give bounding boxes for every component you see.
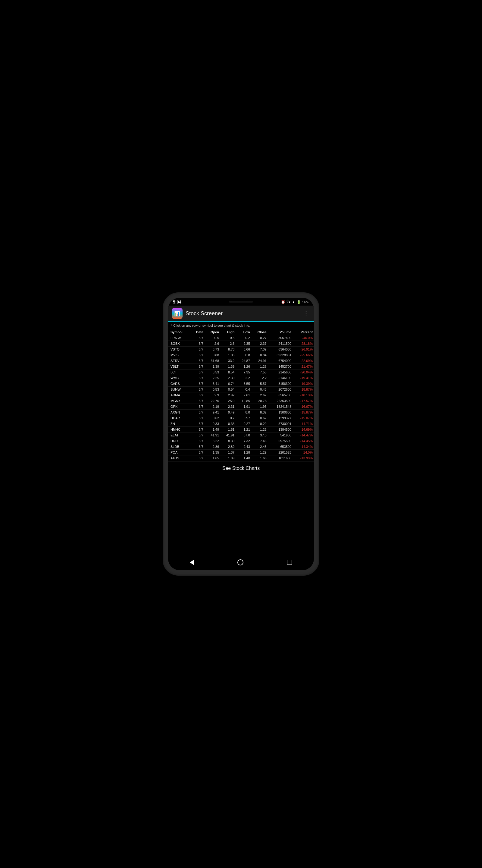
phone-frame: 5:04 ⏰ ▾▾ ▲ 🔋 96% 📊 Stock Screener ⋮ <box>163 292 319 576</box>
cell-value: 5.55 <box>235 381 251 387</box>
table-row[interactable]: ZN5/70.330.330.270.295730001-14.71% <box>168 421 314 427</box>
cell-symbol: SERV <box>168 358 191 364</box>
battery-level: 96% <box>302 300 309 304</box>
col-symbol: Symbol <box>168 329 191 335</box>
cell-value: 2072600 <box>268 387 292 393</box>
cell-symbol: SGBX <box>168 341 191 347</box>
cell-value: 5730001 <box>268 421 292 427</box>
cell-value: 0.53 <box>204 387 220 393</box>
table-row[interactable]: OPK5/72.192.311.911.9518241548-16.67% <box>168 404 314 410</box>
cell-value: 8.53 <box>204 370 220 375</box>
cell-value: 31.68 <box>204 358 220 364</box>
cell-value: 2.6 <box>220 341 235 347</box>
cell-value: 0.88 <box>204 352 220 358</box>
cell-value: 5/7 <box>191 450 204 456</box>
table-row[interactable]: MGNX5/722.7625.019.8520.7322363500-17.57… <box>168 398 314 404</box>
col-low: Low <box>235 329 251 335</box>
table-row[interactable]: ELAT5/741.9141.9137.037.0541900-14.47% <box>168 433 314 438</box>
cell-value: 1.65 <box>204 456 220 461</box>
cell-value: 8.32 <box>251 410 268 415</box>
cell-value: 69328881 <box>268 352 292 358</box>
table-row[interactable]: VBLT5/71.391.391.261.281452700-21.47% <box>168 364 314 370</box>
table-row[interactable]: AXGN5/79.419.498.08.321300600-15.87% <box>168 410 314 415</box>
cell-value: 541900 <box>268 433 292 438</box>
table-row[interactable]: MVIS5/70.881.060.80.8469328881-25.66% <box>168 352 314 358</box>
cell-percent: -17.57% <box>292 398 314 404</box>
cell-value: 5146100 <box>268 375 292 381</box>
cell-symbol: ATOS <box>168 456 191 461</box>
cell-value: 2.19 <box>204 404 220 410</box>
table-row[interactable]: POAI5/71.351.371.281.292201525-14.0% <box>168 450 314 456</box>
cell-value: 1.89 <box>220 456 235 461</box>
table-row[interactable]: VSTO5/78.738.736.667.096364000-26.91% <box>168 347 314 352</box>
cell-value: 8.73 <box>220 347 235 352</box>
cell-symbol: VBLT <box>168 364 191 370</box>
col-close: Close <box>251 329 268 335</box>
table-row[interactable]: DDD5/78.228.397.327.466975500-14.45% <box>168 438 314 444</box>
cell-value: 5/7 <box>191 352 204 358</box>
back-button[interactable] <box>184 558 200 566</box>
cell-symbol: MGNX <box>168 398 191 404</box>
table-row[interactable]: WMC5/72.252.392.22.25146100-19.41% <box>168 375 314 381</box>
cell-value: 1011600 <box>268 456 292 461</box>
table-row[interactable]: LCI5/78.538.547.357.582145600-20.04% <box>168 370 314 375</box>
cell-value: 2.35 <box>235 341 251 347</box>
cell-symbol: AXGN <box>168 410 191 415</box>
cell-value: 18241548 <box>268 404 292 410</box>
cell-value: 19.85 <box>235 398 251 404</box>
cell-symbol: ADMA <box>168 393 191 398</box>
cell-value: 7.32 <box>235 438 251 444</box>
cell-value: 5/7 <box>191 421 204 427</box>
cell-value: 1.49 <box>204 427 220 433</box>
cell-symbol: HMHC <box>168 427 191 433</box>
cell-percent: -14.71% <box>292 421 314 427</box>
main-content: * Click on any row or symbol to see char… <box>168 322 314 555</box>
table-row[interactable]: SUNW5/70.530.540.40.432072600-18.87% <box>168 387 314 393</box>
cell-value: 6.74 <box>220 381 235 387</box>
cell-value: 0.7 <box>220 415 235 421</box>
cell-value: 5/7 <box>191 444 204 450</box>
cell-value: 2411500 <box>268 341 292 347</box>
cell-value: 5/7 <box>191 381 204 387</box>
cell-symbol: SLDB <box>168 444 191 450</box>
alarm-icon: ⏰ <box>281 300 285 304</box>
overflow-menu-button[interactable]: ⋮ <box>302 309 310 318</box>
cell-value: 2201525 <box>268 450 292 456</box>
cell-value: 1.21 <box>235 427 251 433</box>
cell-symbol: VSTO <box>168 347 191 352</box>
cell-symbol: DDD <box>168 438 191 444</box>
cell-value: 20.73 <box>251 398 268 404</box>
table-row[interactable]: SGBX5/72.62.62.352.372411500-28.18% <box>168 341 314 347</box>
table-row[interactable]: HMHC5/71.491.511.211.221384500-14.69% <box>168 427 314 433</box>
cell-percent: -26.91% <box>292 347 314 352</box>
cell-symbol: SUNW <box>168 387 191 393</box>
cell-percent: -19.39% <box>292 381 314 387</box>
cell-value: 653500 <box>268 444 292 450</box>
table-row[interactable]: FPA.W5/70.50.50.20.273067400-46.0% <box>168 335 314 341</box>
table-row[interactable]: ADMA5/72.92.922.612.626565700-18.13% <box>168 393 314 398</box>
screen: 5:04 ⏰ ▾▾ ▲ 🔋 96% 📊 Stock Screener ⋮ <box>168 298 314 570</box>
cell-value: 1.66 <box>251 456 268 461</box>
cell-value: 1384500 <box>268 427 292 433</box>
cell-value: 2.9 <box>204 393 220 398</box>
cell-symbol: WMC <box>168 375 191 381</box>
cell-value: 0.4 <box>235 387 251 393</box>
cell-value: 1.29 <box>251 450 268 456</box>
cell-symbol: POAI <box>168 450 191 456</box>
table-row[interactable]: ATOS5/71.651.891.481.661011600-13.99% <box>168 456 314 461</box>
cell-value: 0.2 <box>235 335 251 341</box>
status-icons: ⏰ ▾▾ ▲ 🔋 96% <box>281 300 309 304</box>
stock-table-body: FPA.W5/70.50.50.20.273067400-46.0%SGBX5/… <box>168 335 314 461</box>
cell-value: 1300600 <box>268 410 292 415</box>
recents-button[interactable] <box>281 558 298 566</box>
cell-value: 5/7 <box>191 375 204 381</box>
table-row[interactable]: DCAR5/70.620.70.570.621299327-15.07% <box>168 415 314 421</box>
cell-value: 6.66 <box>235 347 251 352</box>
table-row[interactable]: CARS5/76.416.745.555.578156300-19.39% <box>168 381 314 387</box>
see-stock-charts-button[interactable]: See Stock Charts <box>168 461 314 475</box>
table-row[interactable]: SLDB5/72.862.892.432.45653500-14.34% <box>168 444 314 450</box>
table-row[interactable]: SERV5/731.6833.224.8724.916754000-22.69% <box>168 358 314 364</box>
cell-value: 2.2 <box>251 375 268 381</box>
home-button[interactable] <box>231 558 250 567</box>
cell-percent: -22.69% <box>292 358 314 364</box>
